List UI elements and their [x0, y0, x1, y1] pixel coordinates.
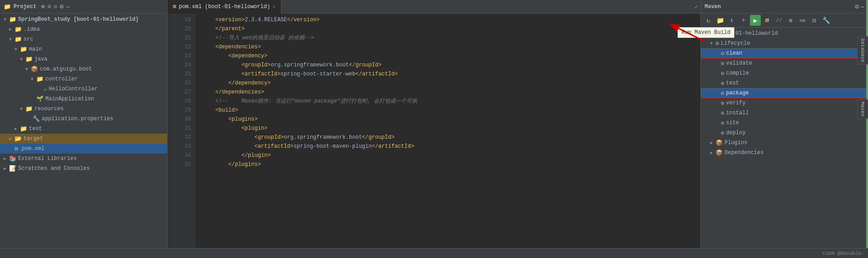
editor-area: m pom.xml (boot-01-helloworld) ✕ ✓ 19202…	[167, 0, 701, 248]
code-editor[interactable]: <version>2.3.4.RELEASE</version> </paren…	[195, 14, 701, 248]
tree-item-test[interactable]: ▶ 📁 test	[0, 124, 167, 134]
tree-label-mainapplication: MainApplication	[45, 96, 94, 102]
tree-label-target: target	[24, 136, 43, 142]
editor-checkmark: ✓	[694, 2, 701, 11]
maven-m-btn[interactable]: m	[762, 15, 773, 26]
line-numbers: 1920212223 2425262728 2930313233 3435	[175, 14, 195, 248]
maven-item-install[interactable]: ⚙ install	[701, 108, 868, 118]
tree-item-idea[interactable]: ▶ 📁 .idea	[0, 24, 167, 34]
idea-folder-icon: 📁	[14, 26, 22, 33]
header-list-icon[interactable]: ≡	[48, 3, 51, 10]
maven-item-lifecycle[interactable]: ▼ ⚙ Lifecycle	[701, 38, 868, 48]
test-folder-icon: 📁	[20, 125, 27, 132]
maven-side-tab[interactable]: Maven	[857, 99, 868, 119]
maven-download-btn[interactable]: ⬇	[726, 15, 737, 26]
scratch-icon: 📝	[9, 165, 16, 172]
maven-label-verify: verify	[726, 100, 745, 106]
code-line-34: </plugin>	[202, 151, 693, 160]
maven-toolbar: ↻ 📁 ⬇ + ▶ m // ⊕ ≡⊕ ⊟ 🔧	[701, 14, 868, 28]
maven-phase-icon-clean: ⚙	[721, 50, 724, 57]
tree-item-external-libs[interactable]: ▶ 📚 External Libraries	[0, 154, 167, 164]
maven-label-deploy: deploy	[726, 130, 745, 136]
tree-item-main[interactable]: ▼ 📁 main	[0, 44, 167, 54]
tree-label-test: test	[29, 126, 42, 132]
tree-item-resources[interactable]: ▼ 📁 resources	[0, 104, 167, 114]
maven-label-dependencies: Dependencies	[725, 150, 763, 156]
maven-group-btn[interactable]: ≡⊕	[797, 15, 808, 26]
maven-folder-btn[interactable]: 📁	[715, 15, 725, 26]
package-icon: 📦	[31, 66, 38, 73]
main-folder-icon: 📁	[20, 46, 27, 53]
maven-panel-title: Maven	[705, 4, 853, 10]
attribution-text: CSDN @DDouble-	[823, 251, 864, 256]
maven-collapse-btn[interactable]: ⊟	[809, 15, 820, 26]
tree-item-mainapplication[interactable]: 🌱 MainApplication	[0, 94, 167, 104]
maven-label-lifecycle: Lifecycle	[721, 40, 750, 47]
code-line-35: </plugins>	[202, 160, 693, 169]
tree-item-springboot[interactable]: ▼ 📁 SpringBoot_study [boot-01-helloworld…	[0, 14, 167, 24]
tree-item-scratches[interactable]: ▶ 📝 Scratches and Consoles	[0, 164, 167, 174]
maven-item-deploy[interactable]: ⚙ deploy	[701, 128, 868, 138]
maven-add-btn[interactable]: +	[738, 15, 749, 26]
run-maven-tooltip: Run Maven Build	[677, 27, 734, 38]
tree-item-pomxml[interactable]: m pom.xml	[0, 144, 167, 154]
tree-item-controller[interactable]: ▼ 📁 controller	[0, 74, 167, 84]
header-collapse-icon[interactable]: ⊟	[54, 4, 57, 9]
tree-label-main: main	[29, 46, 42, 52]
resources-folder-icon: 📁	[25, 105, 33, 113]
tree-arrow: ▼	[25, 67, 31, 72]
maven-refresh-btn[interactable]: ↻	[703, 15, 714, 26]
tree-arrow: ▶	[14, 126, 20, 131]
maven-item-package[interactable]: ⚙ package	[701, 88, 868, 98]
maven-item-verify[interactable]: ⚙ verify	[701, 98, 868, 108]
run-tooltip-text: Run Maven Build	[682, 29, 730, 36]
header-new-icon[interactable]: ⊕	[41, 3, 44, 10]
tree-item-package[interactable]: ▼ 📦 com.atguigu.boot	[0, 64, 167, 74]
project-panel: 📁 Project ⊕ ≡ ⊟ ⚙ — ▼ 📁 SpringBoot_study…	[0, 0, 167, 248]
maven-item-dependencies[interactable]: ▶ 📦 Dependencies	[701, 148, 868, 158]
database-side-tab[interactable]: Database	[857, 36, 868, 65]
tree-item-hellocontroller[interactable]: ☕ HelloController	[0, 84, 167, 94]
tree-label-appprops: application.properties	[42, 116, 113, 122]
maven-item-clean[interactable]: ⚙ clean	[701, 48, 868, 58]
code-line-32: <groupId>org.springframework.boot</group…	[202, 133, 693, 142]
maven-item-compile[interactable]: ⚙ compile	[701, 68, 868, 78]
maven-skip-test-btn[interactable]: //	[773, 15, 784, 26]
code-line-27: </dependencies>	[202, 88, 693, 97]
maven-run-btn[interactable]: ▶	[750, 15, 761, 26]
maven-arrow: ▶	[710, 140, 715, 145]
tree-item-target[interactable]: ▶ 📂 target	[0, 134, 167, 144]
tree-label-java: java	[34, 56, 48, 62]
code-line-28: <!-- Maven插件: 当运行"maven package"进行打包时, 会…	[202, 97, 693, 106]
maven-phase-icon-test: ⚙	[721, 80, 724, 87]
maven-phase-icon-install: ⚙	[721, 110, 724, 117]
header-minimize-icon[interactable]: —	[66, 3, 70, 10]
java-folder-icon: 📁	[25, 56, 33, 63]
target-folder-icon: 📂	[14, 135, 22, 142]
header-settings-icon[interactable]: ⚙	[60, 3, 63, 10]
maven-phase-icon-compile: ⚙	[721, 70, 724, 77]
code-line-31: <plugin>	[202, 124, 693, 133]
tab-close-btn[interactable]: ✕	[273, 4, 276, 9]
maven-expand-btn[interactable]: ⊕	[785, 15, 796, 26]
src-folder-icon: 📁	[14, 36, 22, 43]
tree-arrow: ▼	[4, 17, 9, 22]
tree-arrow: ▶	[4, 156, 9, 161]
editor-content: 1920212223 2425262728 2930313233 3435 <v…	[167, 14, 701, 248]
maven-settings-icon[interactable]: ⚙	[855, 3, 858, 10]
tree-item-java[interactable]: ▼ 📁 java	[0, 54, 167, 64]
maven-item-plugins[interactable]: ▶ 📦 Plugins	[701, 138, 868, 148]
editor-tabs-bar: m pom.xml (boot-01-helloworld) ✕ ✓	[167, 0, 701, 14]
maven-plugins-icon: 📦	[715, 139, 723, 146]
maven-item-validate[interactable]: ⚙ validate	[701, 58, 868, 68]
maven-wrench-btn[interactable]: 🔧	[820, 15, 831, 26]
tree-item-src[interactable]: ▼ 📁 src	[0, 34, 167, 44]
tree-item-appprops[interactable]: 🔧 application.properties	[0, 114, 167, 124]
editor-tab-pomxml[interactable]: m pom.xml (boot-01-helloworld) ✕	[167, 0, 281, 14]
maven-item-site[interactable]: ⚙ site	[701, 118, 868, 128]
maven-minimize-icon[interactable]: —	[861, 3, 864, 10]
maven-phase-icon-package: ⚙	[721, 90, 724, 97]
maven-item-test[interactable]: ⚙ test	[701, 78, 868, 88]
tree-label-springboot: SpringBoot_study [boot-01-helloworld]	[18, 16, 138, 23]
tree-label-idea: .idea	[24, 26, 40, 33]
